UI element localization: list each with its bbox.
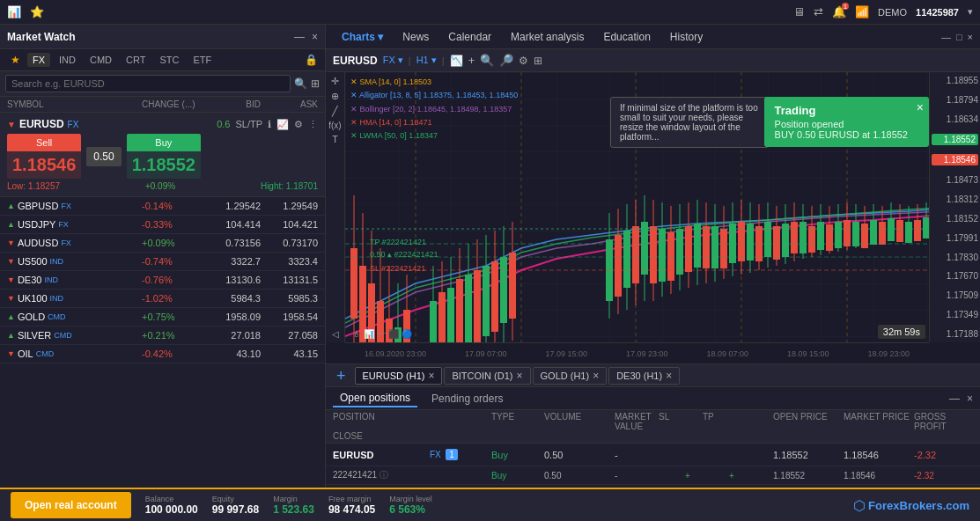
nav-calendar[interactable]: Calendar (439, 28, 500, 46)
symbol-list: ▲GBPUSD FX -0.14% 1.29542 1.29549 ▲USDJP… (0, 197, 325, 488)
open-real-account-button[interactable]: Open real account (11, 492, 131, 518)
free-margin-label: Free margin (328, 495, 375, 503)
svg-rect-68 (720, 229, 727, 268)
svg-rect-108 (896, 220, 903, 242)
list-item[interactable]: ▲GBPUSD FX -0.14% 1.29542 1.29549 (0, 197, 325, 216)
search-icon[interactable]: 🔍 (294, 77, 307, 90)
share-icon[interactable]: ◁ (332, 329, 339, 339)
chart-settings-icon[interactable]: ⚙ (519, 55, 528, 67)
chart-timeframe[interactable]: H1 ▾ (416, 55, 437, 66)
close-tab-de30[interactable]: × (666, 370, 672, 382)
nav-charts[interactable]: Charts ▾ (333, 28, 392, 46)
chart-pair-type[interactable]: FX ▾ (383, 55, 403, 66)
list-item[interactable]: ▼AUDUSD FX +0.09% 0.73156 0.73170 (0, 234, 325, 253)
buy-price: 1.18552 (127, 151, 201, 179)
fib-icon[interactable]: f(x) (328, 121, 341, 130)
mw-close-icon[interactable]: × (312, 31, 318, 43)
list-item[interactable]: ▼OIL CMD -0.42% 43.10 43.15 (0, 345, 325, 363)
chart-tab-bitcoin[interactable]: BITCOIN (D1) × (444, 367, 530, 385)
tab-stc[interactable]: STC (155, 53, 185, 67)
svg-rect-32 (474, 270, 481, 342)
nav-market-analysis[interactable]: Market analysis (502, 28, 593, 46)
position-row-sub: 222421421 ⓘ Buy 0.50 - + + 1.18552 1.185… (326, 466, 980, 485)
tab-cmd[interactable]: CMD (85, 53, 117, 67)
tab-crt[interactable]: CRT (121, 53, 151, 67)
draw-line-icon[interactable]: ╱ (332, 106, 338, 117)
logo-icon: ⬡ (853, 497, 866, 514)
mw-search-input[interactable] (5, 75, 291, 92)
price-label-buy: 1.18552 (932, 134, 978, 145)
eurusd-info-icon[interactable]: ℹ (268, 119, 271, 130)
sell-button[interactable]: Sell (7, 134, 81, 151)
sl-label: SL #222421421 (370, 264, 425, 273)
chart-zoom-out-icon[interactable]: 🔎 (499, 54, 513, 67)
bp-tab-open-positions[interactable]: Open positions (333, 390, 417, 407)
eurusd-settings-icon[interactable]: ⚙ (294, 119, 303, 130)
svg-rect-52 (650, 226, 657, 283)
tooltip-title: Trading (775, 104, 908, 117)
footer: Open real account Balance 100 000.00 Equ… (0, 488, 980, 521)
hma-label: ✕ (350, 118, 360, 127)
equity-label: Equity (212, 495, 259, 503)
buy-button[interactable]: Buy (127, 134, 201, 151)
bp-minimize-icon[interactable]: — (949, 393, 960, 405)
bp-close-icon[interactable]: × (967, 393, 973, 405)
list-item[interactable]: ▲SILVER CMD +0.21% 27.018 27.058 (0, 327, 325, 345)
price-label: 1.17188 (932, 329, 978, 339)
svg-rect-106 (888, 218, 895, 241)
list-item[interactable]: ▲GOLD CMD +0.75% 1958.09 1958.54 (0, 308, 325, 327)
list-item[interactable]: ▲USDJPY FX -0.33% 104.414 104.421 (0, 216, 325, 234)
nav-history[interactable]: History (661, 28, 711, 46)
close-tab-gold[interactable]: × (593, 370, 599, 382)
crosshair-icon[interactable]: ⊕ (331, 91, 339, 102)
list-item[interactable]: ▼UK100 IND -1.02% 5984.3 5985.3 (0, 290, 325, 308)
eurusd-chart-icon[interactable]: 📈 (276, 119, 289, 130)
tab-fx[interactable]: FX (27, 53, 50, 67)
margin-value: 1 523.63 (273, 503, 314, 516)
svg-rect-78 (764, 222, 771, 257)
lwma-label: ✕ (350, 131, 360, 140)
transfer-icon[interactable]: ⇄ (814, 5, 823, 18)
price-label: 1.18794 (932, 95, 978, 105)
list-item[interactable]: ▼DE30 IND -0.76% 13130.6 13131.5 (0, 271, 325, 290)
tab-star[interactable]: ★ (7, 52, 24, 68)
chart-expand-icon[interactable]: ⊞ (534, 55, 542, 67)
chart-line-icon[interactable]: 📉 (450, 55, 463, 67)
margin-level-stat: Margin level 6 563% (389, 495, 432, 516)
nav-education[interactable]: Education (594, 28, 659, 46)
monitor-icon[interactable]: 🖥 (793, 5, 805, 18)
list-item[interactable]: ▼US500 IND -0.74% 3322.7 3323.4 (0, 253, 325, 271)
notification-icon[interactable]: 🔔1 (832, 5, 846, 18)
svg-rect-50 (641, 222, 648, 275)
tooltip-close-icon[interactable]: × (917, 100, 924, 114)
close-chart-icon[interactable]: × (968, 32, 973, 42)
nav-news[interactable]: News (394, 28, 438, 46)
tab-etf[interactable]: ETF (188, 53, 217, 67)
chart-tab-eurusd[interactable]: EURUSD (H1) × (355, 367, 443, 385)
minimize-chart-icon[interactable]: — (941, 32, 951, 42)
chart-zoom-in-icon[interactable]: 🔍 (480, 54, 494, 67)
svg-rect-100 (861, 224, 868, 248)
chart-add-icon[interactable]: + (468, 54, 475, 67)
eurusd-menu-icon[interactable]: ⋮ (308, 119, 318, 130)
eurusd-high: Hight: 1.18701 (261, 181, 318, 191)
margin-level-value: 6 563% (389, 503, 432, 516)
cursor-icon[interactable]: ✛ (331, 76, 339, 87)
bp-tab-pending-orders[interactable]: Pending orders (424, 391, 510, 407)
mw-minimize-icon[interactable]: — (294, 31, 305, 43)
add-chart-tab-button[interactable]: + (329, 366, 353, 385)
close-tab-bitcoin[interactable]: × (517, 370, 523, 382)
mw-lock-icon[interactable]: 🔒 (305, 54, 318, 66)
account-chevron[interactable]: ▾ (968, 6, 973, 18)
chart-tab-gold[interactable]: GOLD (H1) × (533, 367, 608, 385)
grid-icon[interactable]: ⊞ (311, 77, 320, 90)
col-symbol: SYMBOL (7, 99, 142, 109)
svg-rect-28 (456, 279, 463, 342)
eurusd-sltp-icon[interactable]: SL/TP (235, 119, 262, 129)
close-tab-eurusd[interactable]: × (428, 370, 434, 382)
tab-ind[interactable]: IND (54, 53, 81, 67)
chart-tab-de30[interactable]: DE30 (H1) × (608, 367, 680, 385)
text-icon[interactable]: T (332, 134, 338, 144)
maximize-chart-icon[interactable]: □ (956, 32, 962, 42)
svg-rect-102 (870, 220, 877, 245)
